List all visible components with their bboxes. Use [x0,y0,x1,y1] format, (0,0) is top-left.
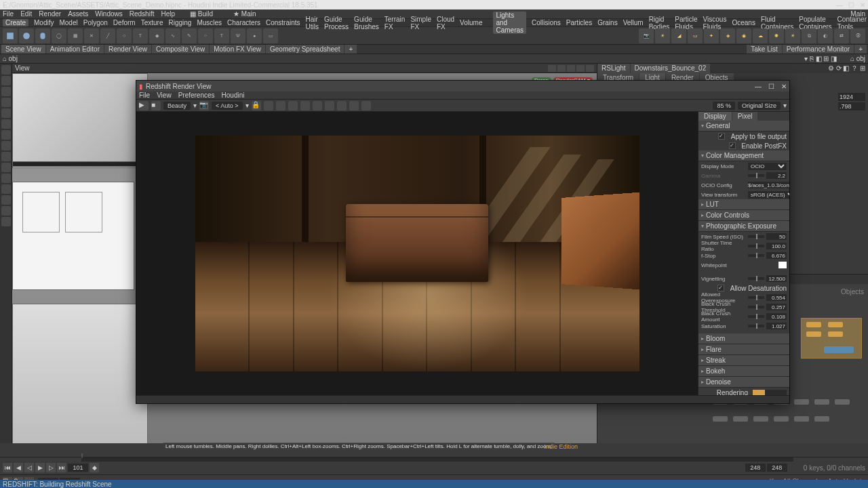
render-canvas[interactable] [136,112,698,395]
tool-rig[interactable]: ⦿ [850,28,865,43]
tool-icon[interactable] [300,101,310,110]
shelf-tab[interactable]: Guide Brushes [354,16,379,30]
shelf-tab[interactable]: Collisions [532,19,561,26]
shelf-tab[interactable]: Guide Process [324,16,349,30]
tool-icon[interactable] [325,101,334,110]
render-button[interactable]: ▶ [139,101,149,110]
tool-metaball[interactable]: ● [247,28,262,43]
rv-menu-file[interactable]: File [139,92,150,99]
tool-icon[interactable] [1,152,11,161]
rv-tab-pixel[interactable]: Pixel [732,112,758,121]
frame-input[interactable] [68,464,88,472]
tool-icon[interactable] [1,119,11,129]
zoom-pct[interactable]: 85 % [713,102,735,110]
shelf-tab[interactable]: Create [3,19,28,26]
shelf-tab[interactable]: Vellum [623,19,644,26]
shelf-tab[interactable]: Simple FX [410,16,431,30]
tool-icon[interactable] [1,163,11,172]
close-icon[interactable]: ✕ [781,83,787,90]
shelf-tab[interactable]: Constraints [266,19,300,26]
checkbox-apply[interactable] [718,133,725,140]
tool-spotlight[interactable]: ◢ [671,28,686,43]
tool-light[interactable]: ☀ [655,28,670,43]
ocio-input[interactable] [748,182,789,188]
tool-grid[interactable]: ▦ [68,28,83,43]
tool-icon[interactable] [1,130,11,140]
menu-edit[interactable]: Edit [20,10,32,18]
checkbox-desat[interactable] [717,285,724,291]
iso-input[interactable] [766,233,787,240]
section-streak[interactable]: Streak [698,355,789,366]
tool-arealight[interactable]: ▭ [688,28,703,43]
maximize-icon[interactable]: ☐ [768,83,774,90]
tool-platonic[interactable]: ◆ [149,28,164,43]
tab-compview[interactable]: Composite View [152,45,209,54]
shelf-tab[interactable]: Lights and Cameras [493,12,526,34]
maximize-icon[interactable]: ☐ [848,1,854,9]
move-tool-icon[interactable] [1,76,11,85]
shelf-tab[interactable]: Texture [141,19,163,26]
tool-tube[interactable] [35,28,50,43]
tab-animeditor[interactable]: Animation Editor [46,45,104,54]
section-colorcontrols[interactable]: Color Controls [698,210,789,221]
tool-torus[interactable]: ◯ [52,28,66,43]
prev-frame-icon[interactable]: ◀ [14,463,23,472]
next-frame-icon[interactable]: ▷ [46,463,56,472]
desktop-selector[interactable]: Build [198,10,213,18]
section-flare[interactable]: Flare [698,344,789,355]
checkbox-postfx[interactable] [729,142,736,149]
end-input[interactable] [745,464,766,472]
shelf-tab[interactable]: Particles [566,19,592,26]
view-label[interactable]: View [15,64,30,72]
menu-render[interactable]: Render [39,10,61,18]
path-obj[interactable]: obj [9,55,18,62]
size-dropdown[interactable]: Original Size [738,102,781,110]
rv-menu-view[interactable]: View [157,92,172,99]
xform-input[interactable] [838,93,865,101]
menu-assets[interactable]: Assets [68,10,88,18]
scale-tool-icon[interactable] [1,98,11,107]
tool-skylight[interactable]: ☁ [753,28,768,43]
blackthresh-input[interactable] [766,304,787,310]
view-tool-icon[interactable] [557,65,566,72]
shelf-tab[interactable]: Model [59,19,77,26]
menu-redshift[interactable]: Redshift [130,10,155,18]
tab-motionfx[interactable]: Motion FX View [210,45,265,54]
tool-icon[interactable] [1,184,11,194]
tool-null[interactable]: ✕ [84,28,99,43]
displaymode-select[interactable]: OCIO [748,163,787,170]
shelf-tab[interactable]: Hair Utils [306,16,319,30]
tool-icon[interactable] [1,174,11,183]
tool-physlight[interactable]: ✺ [769,28,784,43]
parm-tools[interactable]: ⚙ ⟳ ◧ ？ ⊞ [825,64,868,73]
section-colormgmt[interactable]: Color Management [698,150,789,161]
rv-menu-prefs[interactable]: Preferences [178,92,215,99]
tool-spray[interactable]: ⁘ [198,28,213,43]
tool-icon[interactable] [276,101,285,110]
shelf-tab[interactable]: Terrain FX [384,16,406,30]
mode-dropdown[interactable]: < Auto > [212,102,243,110]
last-frame-icon[interactable]: ⏭ [57,463,66,472]
tool-camera[interactable]: 📷 [639,28,654,43]
shelf-tab[interactable]: Characters [227,19,260,26]
first-frame-icon[interactable]: ⏮ [3,463,12,472]
menu-windows[interactable]: Windows [95,10,123,18]
tool-line[interactable]: ╱ [100,28,115,43]
tool-icon[interactable] [361,101,371,110]
tool-icon[interactable] [1,141,11,150]
tool-sunlight[interactable]: ☀ [785,28,800,43]
path-obj2[interactable]: obj [856,55,865,62]
whitepoint-swatch[interactable] [778,262,787,268]
tab-geospread[interactable]: Geometry Spreadsheet [266,45,344,54]
menu-file[interactable]: File [3,10,14,18]
view-tool-icon[interactable] [567,65,575,72]
shelf-tab[interactable]: Oceans [732,19,755,26]
tool-curve[interactable]: ∿ [165,28,180,43]
tool-switcher[interactable]: ⇄ [834,28,849,43]
tool-sphere[interactable] [19,28,34,43]
section-denoise[interactable]: Denoise [698,377,789,388]
viewxform-select[interactable]: sRGB (ACES) [748,191,789,199]
section-lut[interactable]: LUT [698,199,789,210]
tool-icon[interactable] [1,206,11,216]
aov-dropdown[interactable]: Beauty [163,102,191,110]
